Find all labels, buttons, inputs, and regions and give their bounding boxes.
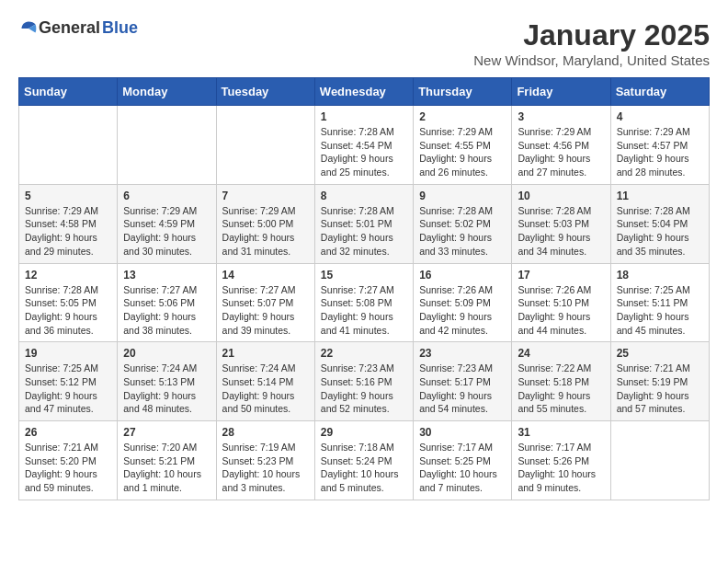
day-number: 9 — [419, 190, 506, 202]
day-info: Sunrise: 7:25 AM Sunset: 5:12 PM Dayligh… — [25, 362, 111, 416]
day-info: Sunrise: 7:29 AM Sunset: 4:56 PM Dayligh… — [518, 125, 604, 179]
day-cell — [216, 106, 314, 185]
day-number: 7 — [222, 190, 309, 202]
title-section: January 2025 New Windsor, Maryland, Unit… — [473, 18, 710, 68]
logo-general-text: General — [39, 18, 100, 38]
day-cell: 30Sunrise: 7:17 AM Sunset: 5:25 PM Dayli… — [414, 421, 512, 500]
day-cell: 20Sunrise: 7:24 AM Sunset: 5:13 PM Dayli… — [118, 342, 216, 421]
day-info: Sunrise: 7:23 AM Sunset: 5:17 PM Dayligh… — [419, 362, 506, 416]
day-number: 17 — [518, 269, 604, 282]
day-info: Sunrise: 7:28 AM Sunset: 5:05 PM Dayligh… — [25, 283, 111, 338]
day-info: Sunrise: 7:17 AM Sunset: 5:25 PM Dayligh… — [419, 441, 506, 495]
day-info: Sunrise: 7:21 AM Sunset: 5:19 PM Dayligh… — [617, 362, 703, 416]
week-row-1: 1Sunrise: 7:28 AM Sunset: 4:54 PM Daylig… — [19, 106, 710, 185]
day-info: Sunrise: 7:29 AM Sunset: 4:55 PM Dayligh… — [419, 125, 506, 179]
day-cell: 1Sunrise: 7:28 AM Sunset: 4:54 PM Daylig… — [314, 106, 413, 185]
day-info: Sunrise: 7:28 AM Sunset: 5:01 PM Dayligh… — [321, 204, 407, 259]
day-cell: 16Sunrise: 7:26 AM Sunset: 5:09 PM Dayli… — [414, 263, 512, 342]
day-number: 31 — [518, 426, 604, 439]
day-cell: 5Sunrise: 7:29 AM Sunset: 4:58 PM Daylig… — [19, 184, 118, 263]
day-number: 28 — [222, 426, 309, 439]
day-info: Sunrise: 7:28 AM Sunset: 5:03 PM Dayligh… — [518, 204, 604, 259]
day-cell — [19, 106, 118, 185]
day-cell: 15Sunrise: 7:27 AM Sunset: 5:08 PM Dayli… — [314, 263, 413, 342]
day-number: 6 — [123, 190, 210, 202]
weekday-header-row: SundayMondayTuesdayWednesdayThursdayFrid… — [19, 78, 710, 106]
day-number: 12 — [25, 269, 111, 282]
day-number: 10 — [518, 190, 604, 202]
day-number: 13 — [123, 269, 210, 282]
weekday-header-monday: Monday — [118, 78, 216, 106]
day-cell: 24Sunrise: 7:22 AM Sunset: 5:18 PM Dayli… — [512, 342, 610, 421]
logo-blue-text: Blue — [102, 18, 138, 38]
day-number: 30 — [419, 426, 506, 439]
logo-icon — [20, 20, 37, 37]
day-cell: 2Sunrise: 7:29 AM Sunset: 4:55 PM Daylig… — [414, 106, 512, 185]
day-info: Sunrise: 7:24 AM Sunset: 5:13 PM Dayligh… — [123, 362, 210, 416]
day-number: 29 — [321, 426, 407, 439]
day-number: 3 — [518, 110, 604, 123]
day-info: Sunrise: 7:28 AM Sunset: 5:02 PM Dayligh… — [419, 204, 506, 259]
day-cell: 28Sunrise: 7:19 AM Sunset: 5:23 PM Dayli… — [216, 421, 314, 500]
day-info: Sunrise: 7:23 AM Sunset: 5:16 PM Dayligh… — [321, 362, 407, 416]
day-cell: 29Sunrise: 7:18 AM Sunset: 5:24 PM Dayli… — [314, 421, 413, 500]
day-info: Sunrise: 7:29 AM Sunset: 4:59 PM Dayligh… — [123, 204, 210, 259]
logo: General Blue — [18, 18, 138, 38]
day-cell: 6Sunrise: 7:29 AM Sunset: 4:59 PM Daylig… — [118, 184, 216, 263]
day-cell: 18Sunrise: 7:25 AM Sunset: 5:11 PM Dayli… — [610, 263, 709, 342]
day-number: 16 — [419, 269, 506, 282]
day-cell: 12Sunrise: 7:28 AM Sunset: 5:05 PM Dayli… — [19, 263, 118, 342]
day-number: 22 — [321, 347, 407, 360]
day-info: Sunrise: 7:26 AM Sunset: 5:09 PM Dayligh… — [419, 283, 506, 338]
day-cell: 13Sunrise: 7:27 AM Sunset: 5:06 PM Dayli… — [118, 263, 216, 342]
day-number: 24 — [518, 347, 604, 360]
day-cell: 7Sunrise: 7:29 AM Sunset: 5:00 PM Daylig… — [216, 184, 314, 263]
day-cell: 3Sunrise: 7:29 AM Sunset: 4:56 PM Daylig… — [512, 106, 610, 185]
weekday-header-thursday: Thursday — [414, 78, 512, 106]
day-number: 4 — [617, 110, 703, 123]
day-info: Sunrise: 7:29 AM Sunset: 4:58 PM Dayligh… — [25, 204, 111, 259]
day-number: 1 — [321, 110, 407, 123]
day-cell: 27Sunrise: 7:20 AM Sunset: 5:21 PM Dayli… — [118, 421, 216, 500]
day-number: 14 — [222, 269, 309, 282]
day-number: 26 — [25, 426, 111, 439]
day-info: Sunrise: 7:26 AM Sunset: 5:10 PM Dayligh… — [518, 283, 604, 338]
day-number: 18 — [617, 269, 703, 282]
day-info: Sunrise: 7:27 AM Sunset: 5:08 PM Dayligh… — [321, 283, 407, 338]
day-info: Sunrise: 7:28 AM Sunset: 4:54 PM Dayligh… — [321, 125, 407, 179]
week-row-3: 12Sunrise: 7:28 AM Sunset: 5:05 PM Dayli… — [19, 263, 710, 342]
day-info: Sunrise: 7:19 AM Sunset: 5:23 PM Dayligh… — [222, 441, 309, 495]
day-number: 2 — [419, 110, 506, 123]
calendar-subtitle: New Windsor, Maryland, United States — [473, 52, 710, 68]
day-info: Sunrise: 7:27 AM Sunset: 5:06 PM Dayligh… — [123, 283, 210, 338]
day-cell: 9Sunrise: 7:28 AM Sunset: 5:02 PM Daylig… — [414, 184, 512, 263]
day-cell: 14Sunrise: 7:27 AM Sunset: 5:07 PM Dayli… — [216, 263, 314, 342]
day-number: 11 — [617, 190, 703, 202]
day-cell — [118, 106, 216, 185]
day-number: 5 — [25, 190, 111, 202]
day-info: Sunrise: 7:20 AM Sunset: 5:21 PM Dayligh… — [123, 441, 210, 495]
day-cell: 22Sunrise: 7:23 AM Sunset: 5:16 PM Dayli… — [314, 342, 413, 421]
day-cell: 23Sunrise: 7:23 AM Sunset: 5:17 PM Dayli… — [414, 342, 512, 421]
day-info: Sunrise: 7:18 AM Sunset: 5:24 PM Dayligh… — [321, 441, 407, 495]
day-cell: 10Sunrise: 7:28 AM Sunset: 5:03 PM Dayli… — [512, 184, 610, 263]
day-info: Sunrise: 7:17 AM Sunset: 5:26 PM Dayligh… — [518, 441, 604, 495]
week-row-2: 5Sunrise: 7:29 AM Sunset: 4:58 PM Daylig… — [19, 184, 710, 263]
day-cell: 8Sunrise: 7:28 AM Sunset: 5:01 PM Daylig… — [314, 184, 413, 263]
day-cell: 4Sunrise: 7:29 AM Sunset: 4:57 PM Daylig… — [610, 106, 709, 185]
weekday-header-friday: Friday — [512, 78, 610, 106]
day-number: 23 — [419, 347, 506, 360]
weekday-header-wednesday: Wednesday — [314, 78, 413, 106]
calendar-title: January 2025 — [473, 18, 710, 52]
day-cell: 25Sunrise: 7:21 AM Sunset: 5:19 PM Dayli… — [610, 342, 709, 421]
day-cell: 21Sunrise: 7:24 AM Sunset: 5:14 PM Dayli… — [216, 342, 314, 421]
day-cell: 17Sunrise: 7:26 AM Sunset: 5:10 PM Dayli… — [512, 263, 610, 342]
day-cell: 19Sunrise: 7:25 AM Sunset: 5:12 PM Dayli… — [19, 342, 118, 421]
page-container: General Blue January 2025 New Windsor, M… — [18, 18, 710, 500]
weekday-header-tuesday: Tuesday — [216, 78, 314, 106]
weekday-header-saturday: Saturday — [610, 78, 709, 106]
day-cell — [610, 421, 709, 500]
day-info: Sunrise: 7:24 AM Sunset: 5:14 PM Dayligh… — [222, 362, 309, 416]
day-number: 15 — [321, 269, 407, 282]
day-number: 8 — [321, 190, 407, 202]
